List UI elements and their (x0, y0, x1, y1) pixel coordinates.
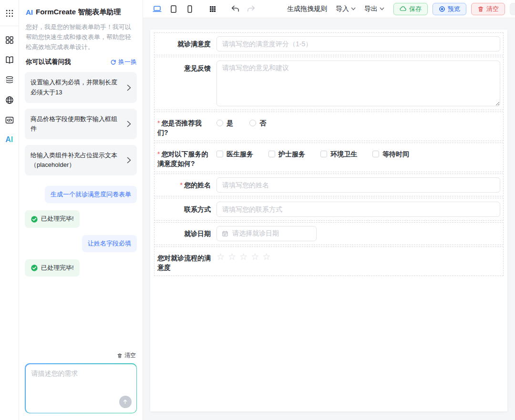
layout-grid-button[interactable] (206, 5, 220, 13)
assistant-message: 已处理完毕! (25, 259, 80, 277)
device-phone-button[interactable] (182, 4, 198, 14)
more-actions-button[interactable]: ··· (510, 3, 515, 15)
form-field-row[interactable]: 就诊满意度 (154, 32, 504, 55)
checkbox-option[interactable]: 等待时间 (372, 146, 409, 159)
user-message: 让姓名字段必填 (82, 235, 137, 252)
checkbox-option[interactable]: 环境卫生 (320, 146, 357, 159)
ai-badge-icon: AI (26, 8, 33, 16)
message-text: 让姓名字段必填 (88, 240, 131, 247)
assistant-message: 已处理完毕! (25, 210, 80, 227)
main-area: 生成拖拽规则 导入 导出 保存 预览 (143, 0, 515, 420)
suggestion-text: 给输入类组件补充占位提示文本（placeholder） (31, 151, 123, 170)
app-root: AI AI FormCreate 智能表单助理 您好，我是您的智能表单助手！我可… (0, 0, 515, 420)
chat-clear-button[interactable]: 清空 (25, 351, 136, 359)
chevron-down-icon (351, 7, 356, 10)
chat-message-list: 生成一个就诊满意度问卷表单已处理完毕!让姓名字段必填已处理完毕! (25, 186, 137, 347)
checkbox-icon[interactable] (268, 151, 275, 157)
radio-option[interactable]: 否 (249, 115, 266, 128)
required-asterisk: * (180, 181, 183, 189)
save-button[interactable]: 保存 (393, 3, 428, 15)
radio-circle-icon[interactable] (216, 120, 223, 126)
required-asterisk: * (157, 119, 160, 127)
rail-item-docs[interactable] (0, 50, 19, 70)
field-label: 联系方式 (157, 202, 211, 217)
import-menu-button[interactable]: 导入 (331, 5, 360, 13)
checkbox-label: 等待时间 (382, 149, 409, 159)
suggestion-text: 商品价格字段使用数字输入框组件 (31, 114, 123, 133)
refresh-icon (110, 59, 116, 65)
checkbox-option[interactable]: 护士服务 (268, 146, 305, 159)
form-field-row[interactable]: *您的姓名 (154, 174, 504, 196)
star-icon[interactable]: ☆ (228, 252, 236, 261)
radio-option[interactable]: 是 (216, 115, 233, 128)
rail-item-components[interactable] (0, 30, 19, 50)
refresh-suggestions-link[interactable]: 换一换 (110, 58, 137, 66)
rail-item-globe[interactable] (0, 90, 19, 110)
chat-input-border: 请描述您的需求 (25, 363, 137, 413)
chat-input[interactable]: 请描述您的需求 (26, 364, 136, 413)
components-grid-icon (5, 35, 14, 45)
radio-circle-icon[interactable] (249, 120, 256, 126)
suggestion-text: 设置输入框为必填，并限制长度必须大于13 (31, 78, 123, 97)
rail-item-database[interactable] (0, 70, 19, 90)
form-field-row[interactable]: 就诊日期请选择就诊日期 (154, 222, 504, 245)
generate-drag-rules-button[interactable]: 生成拖拽规则 (283, 5, 331, 13)
field-text-input[interactable] (216, 36, 500, 51)
clear-form-button[interactable]: 清空 (471, 3, 505, 15)
ai-entry-icon: AI (6, 135, 13, 144)
form-field-row[interactable]: 您对就诊流程的满意度☆☆☆☆☆ (154, 246, 504, 276)
device-laptop-button[interactable] (149, 4, 165, 14)
check-circle-icon (31, 264, 38, 272)
date-picker-input[interactable]: 请选择就诊日期 (216, 226, 317, 241)
device-tablet-button[interactable] (165, 4, 182, 14)
date-placeholder: 请选择就诊日期 (232, 229, 279, 238)
form-field-row[interactable]: 意见反馈 (154, 57, 504, 110)
form-canvas: 就诊满意度意见反馈*您是否推荐我们?是否*您对以下服务的满意度如何?医生服务护士… (143, 18, 515, 420)
suggestion-card[interactable]: 给输入类组件补充占位提示文本（placeholder） (25, 145, 137, 175)
rail-item-ai[interactable]: AI (0, 130, 19, 149)
preview-button[interactable]: 预览 (433, 3, 466, 15)
checkbox-icon[interactable] (216, 151, 223, 157)
suggestion-card[interactable]: 设置输入框为必填，并限制长度必须大于13 (25, 72, 137, 102)
eye-icon (439, 6, 445, 12)
message-text: 已处理完毕! (41, 215, 74, 223)
form-field-row[interactable]: *您对以下服务的满意度如何?医生服务护士服务环境卫生等待时间 (154, 143, 504, 172)
checkbox-icon[interactable] (320, 151, 327, 157)
assistant-panel: AI FormCreate 智能表单助理 您好，我是您的智能表单助手！我可以帮助… (19, 0, 143, 420)
rail-item-code[interactable] (0, 110, 19, 130)
star-icon[interactable]: ☆ (216, 252, 225, 261)
user-message: 生成一个就诊满意度问卷表单 (45, 186, 137, 203)
field-control (211, 61, 500, 106)
rail-item-apps[interactable] (0, 0, 19, 26)
checkbox-option[interactable]: 医生服务 (216, 146, 253, 159)
star-icon[interactable]: ☆ (251, 252, 259, 261)
field-control: 请选择就诊日期 (211, 226, 500, 241)
field-label: 就诊日期 (157, 226, 211, 241)
database-icon (5, 75, 14, 85)
message-text: 已处理完毕! (41, 264, 74, 272)
radio-label: 是 (227, 118, 233, 128)
export-menu-button[interactable]: 导出 (360, 5, 389, 13)
send-button[interactable] (119, 396, 132, 408)
form-field-row[interactable]: *您是否推荐我们?是否 (154, 112, 504, 141)
field-text-input[interactable] (216, 177, 500, 193)
field-label: 就诊满意度 (157, 36, 211, 51)
star-icon[interactable]: ☆ (262, 252, 270, 261)
field-textarea[interactable] (216, 61, 500, 106)
calendar-icon (222, 230, 228, 237)
field-control (211, 36, 500, 51)
redo-button[interactable] (243, 4, 259, 13)
chevron-right-icon (127, 157, 131, 164)
grid-icon (209, 5, 216, 13)
checkbox-icon[interactable] (372, 151, 379, 157)
star-rating: ☆☆☆☆☆ (216, 250, 270, 261)
star-icon[interactable]: ☆ (239, 252, 247, 261)
checkbox-label: 护士服务 (278, 149, 305, 159)
phone-icon (185, 4, 195, 14)
suggestion-card[interactable]: 商品价格字段使用数字输入框组件 (25, 109, 137, 139)
field-text-input[interactable] (216, 202, 500, 217)
tablet-icon (169, 4, 178, 14)
form-field-row[interactable]: 联系方式 (154, 198, 504, 221)
form-card[interactable]: 就诊满意度意见反馈*您是否推荐我们?是否*您对以下服务的满意度如何?医生服务护士… (150, 30, 507, 411)
undo-button[interactable] (227, 4, 243, 13)
